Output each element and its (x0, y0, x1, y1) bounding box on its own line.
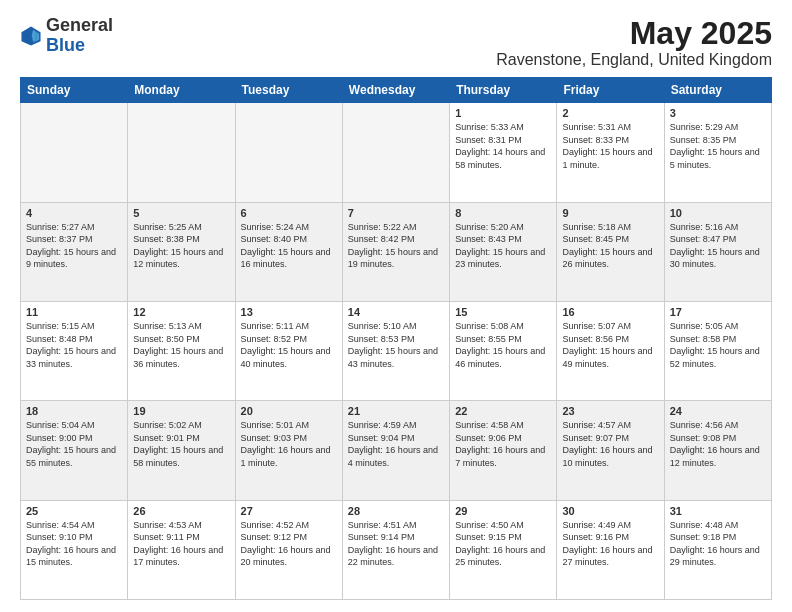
day-info: Sunrise: 5:27 AMSunset: 8:37 PMDaylight:… (26, 222, 116, 270)
day-info: Sunrise: 5:15 AMSunset: 8:48 PMDaylight:… (26, 321, 116, 369)
day-number: 18 (26, 405, 122, 417)
day-number: 24 (670, 405, 766, 417)
day-number: 25 (26, 505, 122, 517)
day-info: Sunrise: 5:31 AMSunset: 8:33 PMDaylight:… (562, 122, 652, 170)
table-cell: 23Sunrise: 4:57 AMSunset: 9:07 PMDayligh… (557, 401, 664, 500)
day-number: 26 (133, 505, 229, 517)
col-monday: Monday (128, 78, 235, 103)
logo-icon (20, 25, 42, 47)
day-info: Sunrise: 4:57 AMSunset: 9:07 PMDaylight:… (562, 420, 652, 468)
day-number: 10 (670, 207, 766, 219)
day-info: Sunrise: 5:10 AMSunset: 8:53 PMDaylight:… (348, 321, 438, 369)
table-cell: 7Sunrise: 5:22 AMSunset: 8:42 PMDaylight… (342, 202, 449, 301)
day-number: 29 (455, 505, 551, 517)
week-row-5: 25Sunrise: 4:54 AMSunset: 9:10 PMDayligh… (21, 500, 772, 599)
day-number: 14 (348, 306, 444, 318)
table-cell: 19Sunrise: 5:02 AMSunset: 9:01 PMDayligh… (128, 401, 235, 500)
table-cell: 27Sunrise: 4:52 AMSunset: 9:12 PMDayligh… (235, 500, 342, 599)
table-cell: 28Sunrise: 4:51 AMSunset: 9:14 PMDayligh… (342, 500, 449, 599)
day-info: Sunrise: 5:16 AMSunset: 8:47 PMDaylight:… (670, 222, 760, 270)
day-info: Sunrise: 5:11 AMSunset: 8:52 PMDaylight:… (241, 321, 331, 369)
header-row: Sunday Monday Tuesday Wednesday Thursday… (21, 78, 772, 103)
table-cell: 10Sunrise: 5:16 AMSunset: 8:47 PMDayligh… (664, 202, 771, 301)
table-cell: 1Sunrise: 5:33 AMSunset: 8:31 PMDaylight… (450, 103, 557, 202)
table-cell: 31Sunrise: 4:48 AMSunset: 9:18 PMDayligh… (664, 500, 771, 599)
table-cell (235, 103, 342, 202)
table-cell: 4Sunrise: 5:27 AMSunset: 8:37 PMDaylight… (21, 202, 128, 301)
day-info: Sunrise: 5:24 AMSunset: 8:40 PMDaylight:… (241, 222, 331, 270)
day-info: Sunrise: 5:25 AMSunset: 8:38 PMDaylight:… (133, 222, 223, 270)
day-info: Sunrise: 5:04 AMSunset: 9:00 PMDaylight:… (26, 420, 116, 468)
day-number: 11 (26, 306, 122, 318)
day-info: Sunrise: 5:08 AMSunset: 8:55 PMDaylight:… (455, 321, 545, 369)
day-info: Sunrise: 5:13 AMSunset: 8:50 PMDaylight:… (133, 321, 223, 369)
day-info: Sunrise: 5:22 AMSunset: 8:42 PMDaylight:… (348, 222, 438, 270)
table-cell: 8Sunrise: 5:20 AMSunset: 8:43 PMDaylight… (450, 202, 557, 301)
day-info: Sunrise: 4:50 AMSunset: 9:15 PMDaylight:… (455, 520, 545, 568)
week-row-3: 11Sunrise: 5:15 AMSunset: 8:48 PMDayligh… (21, 301, 772, 400)
day-info: Sunrise: 4:59 AMSunset: 9:04 PMDaylight:… (348, 420, 438, 468)
logo-blue-text: Blue (46, 35, 85, 55)
table-cell: 21Sunrise: 4:59 AMSunset: 9:04 PMDayligh… (342, 401, 449, 500)
col-tuesday: Tuesday (235, 78, 342, 103)
logo: General Blue (20, 16, 113, 56)
day-number: 23 (562, 405, 658, 417)
day-info: Sunrise: 4:51 AMSunset: 9:14 PMDaylight:… (348, 520, 438, 568)
table-cell: 16Sunrise: 5:07 AMSunset: 8:56 PMDayligh… (557, 301, 664, 400)
table-cell (128, 103, 235, 202)
header: General Blue May 2025 Ravenstone, Englan… (20, 16, 772, 69)
day-info: Sunrise: 4:49 AMSunset: 9:16 PMDaylight:… (562, 520, 652, 568)
table-cell: 13Sunrise: 5:11 AMSunset: 8:52 PMDayligh… (235, 301, 342, 400)
day-info: Sunrise: 5:29 AMSunset: 8:35 PMDaylight:… (670, 122, 760, 170)
week-row-4: 18Sunrise: 5:04 AMSunset: 9:00 PMDayligh… (21, 401, 772, 500)
day-number: 12 (133, 306, 229, 318)
table-cell: 25Sunrise: 4:54 AMSunset: 9:10 PMDayligh… (21, 500, 128, 599)
day-number: 21 (348, 405, 444, 417)
day-info: Sunrise: 4:54 AMSunset: 9:10 PMDaylight:… (26, 520, 116, 568)
day-number: 9 (562, 207, 658, 219)
col-thursday: Thursday (450, 78, 557, 103)
day-info: Sunrise: 5:02 AMSunset: 9:01 PMDaylight:… (133, 420, 223, 468)
day-number: 7 (348, 207, 444, 219)
day-number: 19 (133, 405, 229, 417)
day-info: Sunrise: 5:18 AMSunset: 8:45 PMDaylight:… (562, 222, 652, 270)
day-number: 22 (455, 405, 551, 417)
table-cell: 30Sunrise: 4:49 AMSunset: 9:16 PMDayligh… (557, 500, 664, 599)
day-number: 27 (241, 505, 337, 517)
table-cell: 24Sunrise: 4:56 AMSunset: 9:08 PMDayligh… (664, 401, 771, 500)
day-number: 4 (26, 207, 122, 219)
day-number: 8 (455, 207, 551, 219)
table-cell: 3Sunrise: 5:29 AMSunset: 8:35 PMDaylight… (664, 103, 771, 202)
day-number: 1 (455, 107, 551, 119)
day-number: 20 (241, 405, 337, 417)
col-wednesday: Wednesday (342, 78, 449, 103)
day-info: Sunrise: 4:52 AMSunset: 9:12 PMDaylight:… (241, 520, 331, 568)
day-info: Sunrise: 5:20 AMSunset: 8:43 PMDaylight:… (455, 222, 545, 270)
title-block: May 2025 Ravenstone, England, United Kin… (496, 16, 772, 69)
table-cell: 9Sunrise: 5:18 AMSunset: 8:45 PMDaylight… (557, 202, 664, 301)
logo-general-text: General (46, 15, 113, 35)
table-cell (342, 103, 449, 202)
col-saturday: Saturday (664, 78, 771, 103)
table-cell: 6Sunrise: 5:24 AMSunset: 8:40 PMDaylight… (235, 202, 342, 301)
col-sunday: Sunday (21, 78, 128, 103)
day-info: Sunrise: 5:01 AMSunset: 9:03 PMDaylight:… (241, 420, 331, 468)
table-cell: 12Sunrise: 5:13 AMSunset: 8:50 PMDayligh… (128, 301, 235, 400)
table-cell: 22Sunrise: 4:58 AMSunset: 9:06 PMDayligh… (450, 401, 557, 500)
day-info: Sunrise: 4:53 AMSunset: 9:11 PMDaylight:… (133, 520, 223, 568)
table-cell: 17Sunrise: 5:05 AMSunset: 8:58 PMDayligh… (664, 301, 771, 400)
day-number: 30 (562, 505, 658, 517)
day-number: 28 (348, 505, 444, 517)
day-number: 17 (670, 306, 766, 318)
calendar-subtitle: Ravenstone, England, United Kingdom (496, 51, 772, 69)
table-cell: 14Sunrise: 5:10 AMSunset: 8:53 PMDayligh… (342, 301, 449, 400)
week-row-1: 1Sunrise: 5:33 AMSunset: 8:31 PMDaylight… (21, 103, 772, 202)
day-number: 2 (562, 107, 658, 119)
day-number: 5 (133, 207, 229, 219)
day-info: Sunrise: 5:05 AMSunset: 8:58 PMDaylight:… (670, 321, 760, 369)
day-info: Sunrise: 4:56 AMSunset: 9:08 PMDaylight:… (670, 420, 760, 468)
logo-text: General Blue (46, 16, 113, 56)
table-cell: 29Sunrise: 4:50 AMSunset: 9:15 PMDayligh… (450, 500, 557, 599)
calendar-table: Sunday Monday Tuesday Wednesday Thursday… (20, 77, 772, 600)
table-cell: 26Sunrise: 4:53 AMSunset: 9:11 PMDayligh… (128, 500, 235, 599)
